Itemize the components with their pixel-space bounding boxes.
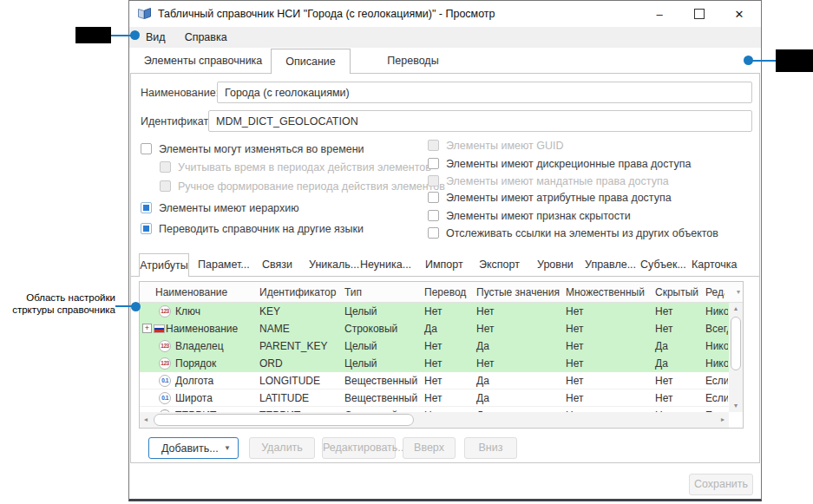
scroll-left-icon[interactable]: ◂ (140, 412, 152, 428)
header-translate[interactable]: Перевод (424, 282, 466, 303)
move-up-button[interactable]: Вверх (403, 437, 456, 459)
cell-empty: Нет (476, 303, 494, 320)
cell-identifier: PARENT_KEY (259, 337, 327, 355)
header-type[interactable]: Тип (344, 282, 362, 303)
cell-empty: Да (476, 389, 489, 407)
checkbox-track-links[interactable] (428, 227, 439, 239)
cell-name: Наименование (166, 320, 238, 337)
cell-edit: Если (705, 389, 728, 407)
cell-identifier: KEY (259, 303, 280, 320)
subtab-levels[interactable]: Уровни (537, 253, 574, 276)
tab-elementy-spravochnika[interactable]: Элементы справочника (134, 49, 272, 73)
name-input[interactable] (217, 82, 752, 103)
callout-line (115, 305, 132, 307)
scroll-right-icon[interactable]: ▸ (717, 412, 729, 428)
checkbox-label: Элементы имеют дискреционные права досту… (446, 158, 691, 170)
close-button[interactable]: ✕ (719, 1, 759, 27)
checkbox-label: Элементы имеют иерархию (159, 202, 299, 214)
horizontal-scrollbar[interactable]: ◂ ▸ (140, 412, 729, 428)
subtab-links[interactable]: Связи (262, 253, 292, 276)
checkbox-row-account-time: Учитывать время в периодах действия элем… (160, 160, 431, 173)
vertical-scrollbar-thumb[interactable] (731, 317, 741, 370)
cell-hidden: Да (655, 337, 668, 355)
subtab-import[interactable]: Импорт (425, 253, 463, 276)
horizontal-scrollbar-thumb[interactable] (154, 414, 414, 426)
checkbox-hierarchy[interactable] (141, 202, 152, 213)
delete-button[interactable]: Удалить (249, 437, 315, 459)
callout-note-line1: Область настройки (26, 292, 115, 303)
cell-edit: Нико (705, 355, 728, 372)
cell-multiple: Нет (566, 355, 583, 372)
callout-note-structure-area: Область настройки стрктуры справочника (0, 291, 115, 316)
scroll-down-icon[interactable]: ▾ (729, 400, 743, 412)
cell-translate: Нет (424, 389, 442, 407)
expander-icon[interactable]: + (142, 324, 152, 333)
tab-perevody[interactable]: Переводы (365, 49, 461, 73)
save-button[interactable]: Сохранить (689, 474, 753, 495)
tab-opisanie-active[interactable]: Описание (271, 49, 351, 74)
subtab-unique[interactable]: Уникаль... (309, 253, 359, 276)
checkbox-mandatory-rights[interactable] (428, 175, 439, 187)
checkbox-hidden-flag[interactable] (428, 210, 439, 221)
checkbox-row-mandatory-rights: Элементы имеют мандатные права доступа (428, 174, 669, 187)
cell-translate: Нет (424, 337, 442, 355)
subtab-card[interactable]: Карточка (692, 253, 737, 276)
cell-translate: Нет (424, 355, 442, 372)
checkbox-label: Элементы имеют мандатные права доступа (446, 175, 669, 187)
table-row-owner[interactable]: 123 Владелец PARENT_KEY Целый Нет Да Нет… (140, 337, 729, 355)
subtab-management[interactable]: Управле... (585, 253, 636, 276)
subtab-non-unique[interactable]: Неуника... (360, 253, 411, 276)
checkbox-manual-period[interactable] (160, 180, 171, 192)
integer-type-icon: 123 (159, 305, 171, 317)
cell-type: Целый (344, 355, 377, 372)
table-row-order[interactable]: 123 Порядок ORD Целый Нет Нет Нет Да Ник… (140, 355, 729, 372)
cell-name: Долгота (175, 372, 213, 389)
table-row-latitude[interactable]: 0.1 Широта LATITUDE Вещественный Нет Да … (140, 389, 729, 407)
header-hidden[interactable]: Скрытый (655, 282, 698, 303)
table-row-longitude[interactable]: 0.1 Долгота LONGITUDE Вещественный Нет Д… (140, 372, 729, 389)
menu-item-spravka[interactable]: Справка (185, 31, 227, 43)
column-options-icon[interactable]: ▾ (737, 282, 740, 303)
cell-edit: Нико (705, 303, 728, 320)
subtab-export[interactable]: Экспорт (479, 253, 520, 276)
cell-type: Вещественный (344, 372, 417, 389)
maximize-button[interactable] (679, 1, 719, 27)
menu-item-vid[interactable]: Вид (146, 31, 166, 43)
scroll-up-icon[interactable]: ▴ (729, 303, 743, 315)
checkbox-label: Элементы имеют признак скрытости (446, 210, 631, 222)
cell-multiple: Нет (566, 337, 583, 355)
header-name[interactable]: Наименование (155, 282, 227, 303)
checkbox-discretionary-rights[interactable] (428, 158, 439, 169)
edit-button[interactable]: Редактировать... (322, 437, 396, 459)
minimize-button[interactable]: – (639, 1, 679, 27)
move-down-button[interactable]: Вниз (464, 437, 517, 459)
add-button[interactable]: Добавить... ▼ (148, 437, 239, 459)
header-empty-values[interactable]: Пустые значения (476, 282, 560, 303)
subtab-attributes-active[interactable]: Атрибуты (139, 253, 189, 277)
cell-identifier: NAME (259, 320, 290, 337)
table-row-name[interactable]: + Наименование NAME Строковый Да Нет Нет… (140, 320, 729, 337)
identifier-input[interactable] (208, 110, 752, 132)
integer-type-icon: 123 (159, 357, 171, 370)
table-row-key[interactable]: 123 Ключ KEY Целый Нет Нет Нет Нет Нико (140, 303, 729, 320)
checkbox-translate[interactable] (141, 223, 152, 234)
callout-note-line2: стрктуры справочника (12, 304, 115, 315)
checkbox-guid[interactable] (428, 140, 439, 151)
header-multiple[interactable]: Множественный (566, 282, 645, 303)
cell-translate: Да (424, 320, 437, 337)
subtab-subjects[interactable]: Субъек... (640, 253, 686, 276)
checkbox-label: Элементы имеют GUID (446, 140, 564, 152)
vertical-scrollbar[interactable]: ▴ ▾ (729, 303, 743, 412)
checkbox-time-varying[interactable] (141, 143, 152, 154)
window-title: Табличный справочник НСИ "Города (с геол… (158, 1, 495, 27)
checkbox-account-time[interactable] (160, 161, 171, 173)
header-identifier[interactable]: Идентификатор (259, 282, 336, 303)
subtab-parameters[interactable]: Парамет... (198, 253, 250, 276)
checkbox-attribute-rights[interactable] (428, 192, 439, 203)
cell-multiple: Нет (566, 389, 583, 407)
cell-name: Владелец (175, 337, 224, 355)
checkbox-row-translate: Переводить справочник на другие языки (141, 222, 364, 235)
cell-name: Широта (175, 389, 213, 407)
callout-line (751, 60, 776, 62)
header-edit[interactable]: Реда (705, 282, 724, 303)
